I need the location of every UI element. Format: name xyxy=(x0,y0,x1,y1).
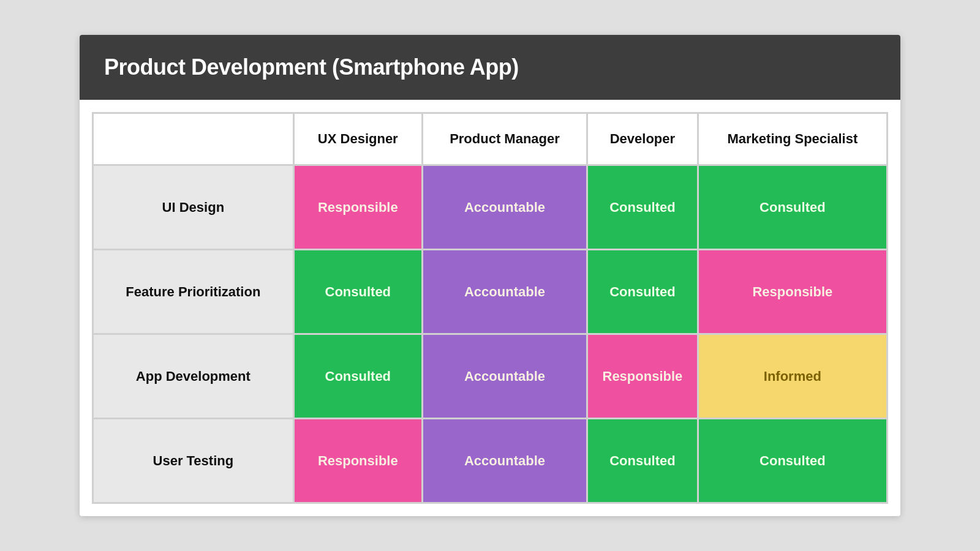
cell-3-1: Accountable xyxy=(422,419,587,503)
table-container: UX Designer Product Manager Developer Ma… xyxy=(80,100,900,516)
page-title: Product Development (Smartphone App) xyxy=(104,54,876,80)
cell-1-2: Consulted xyxy=(587,250,698,334)
cell-0-1: Accountable xyxy=(422,165,587,250)
cell-0-0: Responsible xyxy=(293,165,422,250)
cell-1-0: Consulted xyxy=(293,250,422,334)
row-label-3: User Testing xyxy=(93,419,294,503)
cell-1-1: Accountable xyxy=(422,250,587,334)
table-row: User TestingResponsibleAccountableConsul… xyxy=(93,419,888,503)
cell-2-1: Accountable xyxy=(422,334,587,419)
col-header-developer: Developer xyxy=(587,113,698,165)
col-header-empty xyxy=(93,113,294,165)
main-card: Product Development (Smartphone App) UX … xyxy=(80,35,900,516)
cell-2-0: Consulted xyxy=(293,334,422,419)
cell-0-2: Consulted xyxy=(587,165,698,250)
cell-3-2: Consulted xyxy=(587,419,698,503)
card-header: Product Development (Smartphone App) xyxy=(80,35,900,100)
col-header-ux-designer: UX Designer xyxy=(293,113,422,165)
row-label-0: UI Design xyxy=(93,165,294,250)
table-body: UI DesignResponsibleAccountableConsulted… xyxy=(93,165,888,503)
table-header: UX Designer Product Manager Developer Ma… xyxy=(93,113,888,165)
cell-2-3: Informed xyxy=(698,334,887,419)
cell-3-0: Responsible xyxy=(293,419,422,503)
table-row: App DevelopmentConsultedAccountableRespo… xyxy=(93,334,888,419)
cell-0-3: Consulted xyxy=(698,165,887,250)
col-header-marketing-specialist: Marketing Specialist xyxy=(698,113,887,165)
raci-table: UX Designer Product Manager Developer Ma… xyxy=(92,112,888,504)
row-label-2: App Development xyxy=(93,334,294,419)
cell-3-3: Consulted xyxy=(698,419,887,503)
col-header-product-manager: Product Manager xyxy=(422,113,587,165)
table-row: UI DesignResponsibleAccountableConsulted… xyxy=(93,165,888,250)
row-label-1: Feature Prioritization xyxy=(93,250,294,334)
cell-2-2: Responsible xyxy=(587,334,698,419)
table-row: Feature PrioritizationConsultedAccountab… xyxy=(93,250,888,334)
cell-1-3: Responsible xyxy=(698,250,887,334)
